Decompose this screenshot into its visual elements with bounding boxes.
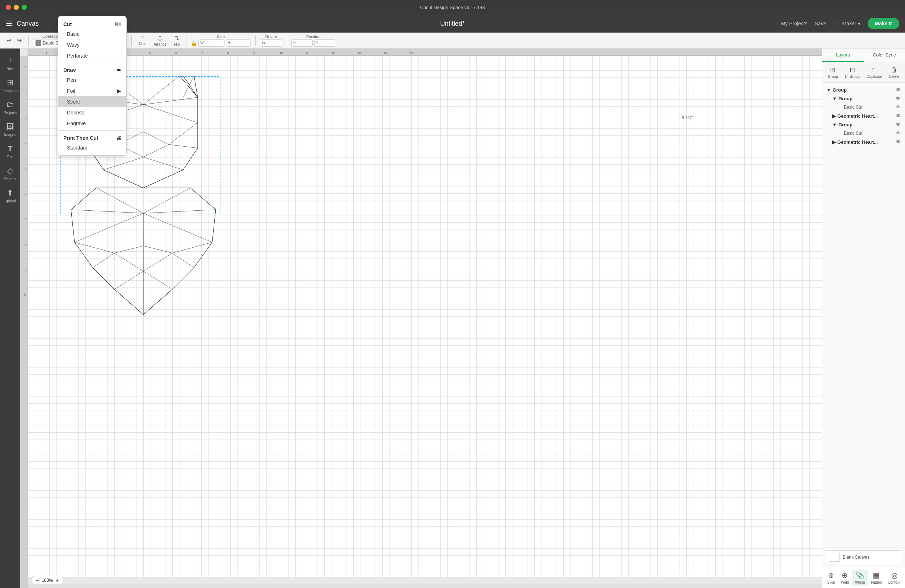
group1-visibility[interactable]: 👁 [895, 87, 901, 93]
sidebar-item-shapes[interactable]: ◇ Shapes [1, 163, 19, 184]
minimize-button[interactable] [14, 5, 19, 10]
hamburger-menu[interactable]: ☰ [6, 19, 12, 28]
weld-icon: ⊕ [841, 571, 848, 580]
svg-line-35 [143, 210, 216, 213]
blank-canvas-preview [829, 553, 840, 562]
subgroup2-header[interactable]: ▼ Group 👁 [831, 120, 902, 129]
weld-tool[interactable]: ⊕ Weld [838, 569, 852, 586]
svg-line-9 [169, 123, 198, 145]
horizontal-scrollbar[interactable] [27, 584, 822, 588]
draw-engrave-item[interactable]: Engrave [58, 118, 126, 129]
draw-foil-item[interactable]: Foil ▶ [58, 86, 126, 96]
pencil-icon: ✏ [117, 67, 121, 73]
zoom-out-button[interactable]: − [36, 577, 39, 583]
svg-line-44 [143, 253, 172, 271]
svg-line-48 [172, 268, 194, 289]
canvas-area[interactable]: 1 2 3 4 5 6 7 8 9 10 11 12 13 14 15 1 2 … [20, 49, 822, 588]
draw-score-label: Score [67, 99, 80, 105]
tab-layers[interactable]: Layers [822, 49, 864, 62]
rotate-input[interactable] [266, 41, 281, 46]
width-input[interactable]: 6.35 [205, 41, 222, 46]
group-tool[interactable]: ⊞ Group [826, 64, 840, 80]
layer1-visibility[interactable]: 👁 [895, 104, 901, 110]
make-it-button[interactable]: Make It [868, 18, 899, 29]
duplicate-tool[interactable]: ⧉ Duplicate [865, 65, 883, 80]
y-input[interactable] [319, 41, 333, 46]
x-input[interactable] [297, 41, 311, 46]
svg-line-30 [183, 87, 189, 97]
save-link[interactable]: Save [815, 21, 826, 26]
draw-deboss-item[interactable]: Deboss [58, 107, 126, 118]
geo1-label: Geometric Heart... [837, 113, 878, 119]
sidebar-label-shapes: Shapes [4, 177, 16, 181]
ungroup-tool[interactable]: ⊟ UnGroup [843, 64, 861, 80]
attach-tool[interactable]: 📎 Attach [852, 569, 868, 586]
height-field[interactable]: H 5.147 [226, 40, 251, 47]
ruler-mark-5: 5 [149, 51, 151, 55]
draw-score-item[interactable]: Score [58, 96, 126, 107]
sidebar-item-projects[interactable]: 🗂 Projects [1, 97, 19, 118]
contour-tool[interactable]: ◎ Contour [885, 569, 903, 586]
print-standard-item[interactable]: Standard [58, 142, 126, 153]
subgroup1-visibility[interactable]: 👁 [895, 95, 901, 102]
geo1-visibility[interactable]: 👁 [895, 113, 901, 119]
geo2-visibility[interactable]: 👁 [895, 139, 901, 145]
lock-icon[interactable]: 🔒 [191, 40, 197, 46]
layer-basic-cut-2[interactable]: Basic Cut 👁 [831, 129, 902, 138]
width-field[interactable]: W 6.35 [198, 40, 224, 47]
sidebar-item-images[interactable]: 🖼 Images [1, 119, 19, 140]
slice-tool[interactable]: ⊗ Slice [824, 569, 838, 586]
geo2-header[interactable]: ▶ Geometric Heart... 👁 [831, 138, 902, 146]
flatten-tool[interactable]: ▤ Flatten [868, 569, 885, 586]
svg-line-3 [143, 76, 179, 105]
foil-arrow-icon: ▶ [117, 88, 121, 94]
height-input[interactable]: 5.147 [231, 41, 249, 46]
draw-foil-label: Foil [67, 88, 75, 94]
arrange-button[interactable]: ⬡ Arrange [152, 33, 169, 48]
tab-color-sync[interactable]: Color Sync [864, 49, 905, 62]
svg-line-5 [143, 97, 198, 105]
layer2-visibility[interactable]: 👁 [895, 130, 901, 136]
y-field[interactable]: Y [314, 40, 336, 47]
flip-button[interactable]: ⇅ Flip [171, 33, 182, 48]
subgroup2: ▼ Group 👁 Basic Cut 👁 [825, 120, 902, 138]
layer-basic-cut-1[interactable]: Basic Cut 👁 [831, 103, 902, 111]
undo-button[interactable]: ↩ [4, 35, 13, 45]
x-field[interactable]: X [291, 40, 313, 47]
align-button[interactable]: ≡ Align [136, 33, 148, 48]
draw-pen-item[interactable]: Pen [58, 75, 126, 86]
svg-line-52 [143, 289, 172, 315]
delete-tool[interactable]: 🗑 Delete [887, 65, 901, 80]
geo1-header[interactable]: ▶ Geometric Heart... 👁 [831, 111, 902, 120]
bottom-panel: ⊗ Slice ⊕ Weld 📎 Attach ▤ Flatten ◎ Cont… [822, 567, 905, 588]
group1-header[interactable]: ▼ Group 👁 [825, 86, 902, 94]
ruler-left-4: 4 [25, 142, 26, 145]
layers-tab-label: Layers [836, 52, 850, 57]
doc-title: Untitled* [440, 20, 465, 27]
cut-wavy-item[interactable]: Wavy [58, 40, 126, 50]
new-icon: ＋ [6, 54, 14, 65]
svg-line-40 [172, 242, 212, 253]
blank-canvas-button[interactable]: Blank Canvas [825, 550, 902, 564]
sidebar-item-templates[interactable]: ⊞ Templates [1, 75, 19, 95]
cut-basic-item[interactable]: Basic [58, 29, 126, 40]
subgroup1-header[interactable]: ▼ Group 👁 [831, 94, 902, 103]
sidebar-item-upload[interactable]: ⬆ Upload [1, 185, 19, 206]
svg-line-46 [172, 253, 194, 268]
my-projects-link[interactable]: My Projects [781, 21, 807, 26]
rotate-field[interactable]: ↻ [260, 40, 283, 47]
maximize-button[interactable] [22, 5, 27, 10]
close-button[interactable] [6, 5, 11, 10]
operation-color-swatch [35, 40, 41, 46]
redo-button[interactable]: ↪ [15, 35, 24, 45]
maker-selector[interactable]: Maker ▾ [842, 21, 861, 26]
duplicate-label: Duplicate [867, 75, 882, 79]
subgroup2-visibility[interactable]: 👁 [895, 122, 901, 127]
cut-wavy-label: Wavy [67, 42, 79, 48]
sidebar-item-text[interactable]: T Text [1, 141, 19, 162]
group1-label: Group [833, 87, 847, 93]
subgroup2-collapse-icon: ▼ [832, 122, 837, 127]
zoom-in-button[interactable]: + [56, 577, 59, 583]
cut-perforate-item[interactable]: Perforate [58, 50, 126, 61]
sidebar-item-new[interactable]: ＋ New [1, 51, 19, 73]
